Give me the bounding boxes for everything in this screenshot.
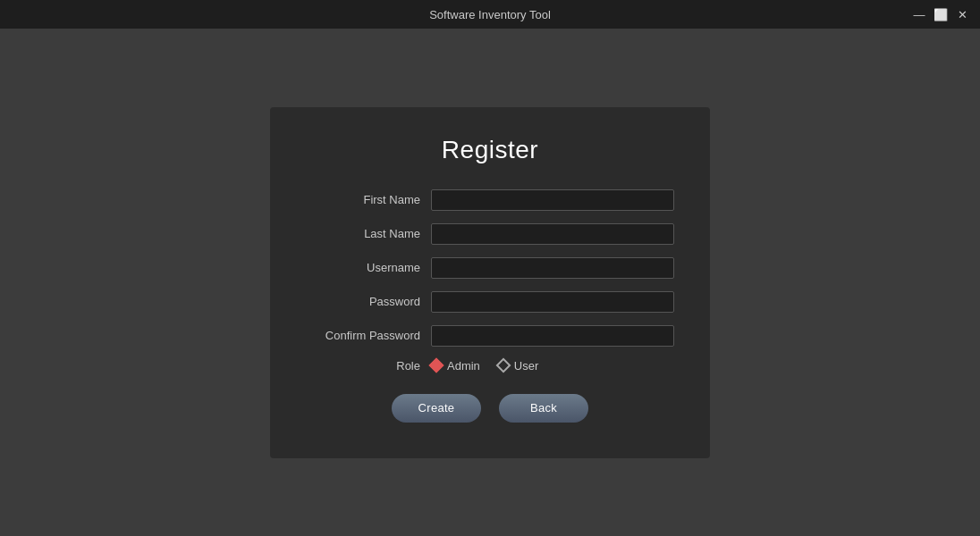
last-name-label: Last Name [306,227,431,240]
register-card: Register First Name Last Name Username P… [270,107,710,458]
user-radio-icon [495,358,511,373]
role-label: Role [306,359,431,373]
button-row: Create Back [306,394,674,423]
first-name-label: First Name [306,193,431,206]
role-user-option[interactable]: User [498,359,538,373]
confirm-password-input[interactable] [431,325,674,347]
user-role-label: User [514,359,538,373]
admin-radio-icon [429,358,444,373]
window-controls: — ⬜ ✕ [912,7,969,21]
confirm-password-label: Confirm Password [306,329,431,342]
confirm-password-row: Confirm Password [306,325,674,347]
title-bar: Software Inventory Tool — ⬜ ✕ [0,0,980,29]
window-title: Software Inventory Tool [429,8,551,21]
password-label: Password [306,295,431,308]
role-options: Admin User [431,359,538,373]
username-input[interactable] [431,257,674,279]
username-row: Username [306,257,674,279]
last-name-row: Last Name [306,223,674,245]
register-title: Register [306,136,674,164]
first-name-input[interactable] [431,189,674,211]
minimize-button[interactable]: — [912,7,926,21]
last-name-input[interactable] [431,223,674,245]
role-admin-option[interactable]: Admin [431,359,480,373]
password-row: Password [306,291,674,313]
admin-role-label: Admin [447,359,480,373]
back-button[interactable]: Back [499,394,588,423]
password-input[interactable] [431,291,674,313]
main-area: Register First Name Last Name Username P… [0,29,980,536]
close-button[interactable]: ✕ [955,7,969,21]
username-label: Username [306,261,431,274]
maximize-button[interactable]: ⬜ [934,7,948,21]
role-row: Role Admin User [306,359,674,373]
create-button[interactable]: Create [392,394,481,423]
first-name-row: First Name [306,189,674,211]
